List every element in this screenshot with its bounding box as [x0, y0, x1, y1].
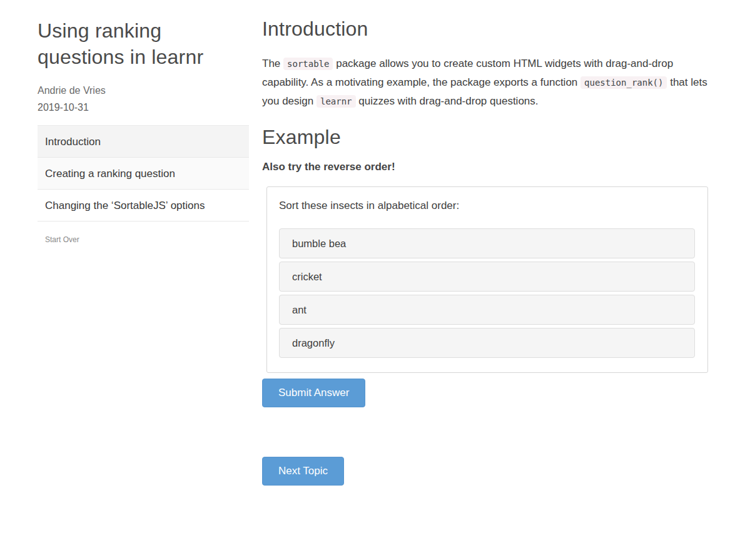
- sortable-item-dragonfly[interactable]: dragonfly: [279, 328, 695, 358]
- code-sortable: sortable: [283, 58, 333, 70]
- example-heading: Example: [262, 126, 708, 148]
- sortable-item-bumble-bea[interactable]: bumble bea: [279, 228, 695, 258]
- start-over-link[interactable]: Start Over: [45, 235, 79, 244]
- tutorial-page: Using ranking questions in learnr Andrie…: [0, 0, 750, 486]
- topic-item-label: Changing the ‘SortableJS’ options: [45, 200, 205, 211]
- tutorial-title: Using ranking questions in learnr: [38, 18, 249, 70]
- question-prompt: Sort these insects in alpabetical order:: [279, 200, 695, 212]
- topic-item-label: Creating a ranking question: [45, 168, 175, 180]
- main-content: Introduction The sortable package allows…: [262, 18, 708, 486]
- sortable-item-ant[interactable]: ant: [279, 295, 695, 325]
- sortable-item-cricket[interactable]: cricket: [279, 262, 695, 292]
- next-topic-button[interactable]: Next Topic: [262, 457, 344, 486]
- topic-list: Introduction Creating a ranking question…: [38, 125, 249, 221]
- paragraph-text: quizzes with drag-and-drop questions.: [356, 95, 539, 107]
- introduction-heading: Introduction: [262, 18, 708, 40]
- sortable-list: bumble bea cricket ant dragonfly: [279, 228, 695, 358]
- tutorial-date: 2019-10-31: [38, 102, 249, 113]
- submit-answer-button[interactable]: Submit Answer: [262, 379, 365, 407]
- topic-item-label: Introduction: [45, 136, 101, 148]
- ranking-question-panel: Sort these insects in alpabetical order:…: [266, 186, 708, 373]
- topic-item-creating-a-ranking-question[interactable]: Creating a ranking question: [38, 158, 249, 190]
- topic-item-introduction[interactable]: Introduction: [38, 126, 249, 158]
- code-learnr: learnr: [317, 95, 356, 108]
- code-question-rank: question_rank(): [580, 76, 667, 89]
- example-note: Also try the reverse order!: [262, 161, 708, 173]
- sidebar: Using ranking questions in learnr Andrie…: [38, 18, 249, 486]
- topic-item-changing-sortablejs-options[interactable]: Changing the ‘SortableJS’ options: [38, 190, 249, 221]
- introduction-paragraph: The sortable package allows you to creat…: [262, 54, 708, 111]
- tutorial-author: Andrie de Vries: [38, 85, 249, 96]
- paragraph-text: The: [262, 58, 283, 69]
